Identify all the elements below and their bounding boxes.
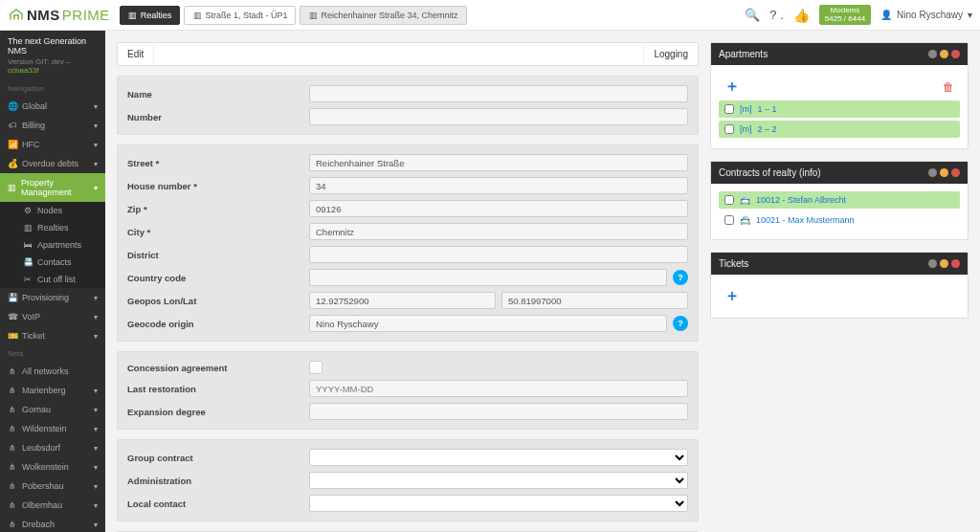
- modems-count: 5425 / 6444: [825, 15, 865, 24]
- breadcrumbs: ▥Realties ▥Straße 1, Stadt - ÜP1 ▥Reiche…: [120, 6, 467, 25]
- panel-dot-icon[interactable]: [951, 259, 960, 268]
- label-restoration: Last restoration: [127, 384, 309, 394]
- label-zip: Zip *: [127, 204, 309, 214]
- net-wildenstein[interactable]: ⋔Wildenstein▾: [0, 419, 105, 438]
- apartment-link[interactable]: 2 – 2: [758, 124, 777, 134]
- phone-icon: ☎: [8, 312, 17, 321]
- crumb-current[interactable]: ▥Reichenhainer Straße 34, Chemnitz: [300, 6, 466, 25]
- nav-hfc[interactable]: 📶HFC▾: [0, 135, 105, 154]
- nav-provisioning[interactable]: 💾Provisioning▾: [0, 288, 105, 307]
- chevron-down-icon: ▾: [94, 332, 98, 341]
- input-lon[interactable]: [309, 292, 496, 309]
- input-district[interactable]: [309, 246, 688, 263]
- contract-row[interactable]: 📇10021 - Max Mustermann: [719, 211, 960, 229]
- logo[interactable]: NMS PRIME: [8, 7, 110, 24]
- input-city[interactable]: [309, 223, 688, 240]
- label-number: Number: [127, 112, 309, 122]
- delete-apartment-button[interactable]: 🗑: [943, 80, 954, 94]
- help-icon[interactable]: ?: [673, 316, 688, 331]
- net-leubsdorf[interactable]: ⋔Leubsdorf▾: [0, 438, 105, 457]
- add-apartment-button[interactable]: ＋: [724, 77, 740, 97]
- panel-dot-icon[interactable]: [951, 50, 960, 58]
- scissors-icon: ✂: [23, 275, 33, 284]
- chevron-down-icon: ▾: [94, 463, 98, 472]
- apartment-link[interactable]: 1 – 1: [758, 104, 777, 114]
- panel-dot-icon[interactable]: [940, 50, 948, 58]
- nav-pm-nodes[interactable]: ⚙Nodes: [0, 202, 105, 219]
- add-ticket-button[interactable]: ＋: [724, 286, 740, 306]
- bed-icon: [m]: [740, 104, 752, 114]
- panel-dot-icon[interactable]: [940, 259, 948, 268]
- sitemap-icon: ⋔: [8, 405, 17, 414]
- tab-edit[interactable]: Edit: [118, 43, 154, 65]
- row-checkbox[interactable]: [724, 104, 734, 114]
- apartment-row[interactable]: [m]2 – 2: [719, 121, 960, 138]
- content: Edit Logging Name Number Street * House …: [105, 31, 980, 532]
- nav-voip[interactable]: ☎VoIP▾: [0, 307, 105, 326]
- tab-logging[interactable]: Logging: [643, 43, 698, 65]
- search-icon[interactable]: 🔍: [745, 8, 760, 22]
- chevron-down-icon: ▾: [94, 387, 98, 395]
- input-number[interactable]: [309, 108, 688, 125]
- nav-overdue[interactable]: 💰Overdue debts▾: [0, 154, 105, 173]
- modems-badge[interactable]: Modems 5425 / 6444: [819, 5, 871, 26]
- form-section-address: Street * House number * Zip * City * Dis…: [117, 144, 699, 342]
- net-wolkenstein[interactable]: ⋔Wolkenstein▾: [0, 457, 105, 477]
- input-street[interactable]: [309, 154, 688, 171]
- apartment-row[interactable]: [m]1 – 1: [719, 100, 960, 118]
- nav-billing[interactable]: 🏷Billing▾: [0, 116, 105, 135]
- crumb-realties[interactable]: ▥Realties: [120, 6, 181, 25]
- net-drebach[interactable]: ⋔Drebach▾: [0, 515, 105, 532]
- input-house[interactable]: [309, 177, 688, 194]
- row-checkbox[interactable]: [724, 124, 734, 134]
- row-checkbox[interactable]: [724, 195, 734, 205]
- net-pobershau[interactable]: ⋔Pobershau▾: [0, 477, 105, 496]
- input-name[interactable]: [309, 85, 688, 102]
- panel-contracts: Contracts of realty (info) 📇10012 - Stef…: [710, 161, 969, 240]
- net-olbernhau[interactable]: ⋔Olbernhau▾: [0, 496, 105, 515]
- net-gornau[interactable]: ⋔Gornau▾: [0, 400, 105, 419]
- nav-pm-cutoff[interactable]: ✂Cut off list: [0, 271, 105, 288]
- select-local[interactable]: [309, 495, 688, 512]
- nav-global[interactable]: 🌐Global▾: [0, 97, 105, 116]
- input-restoration[interactable]: [309, 380, 688, 397]
- version-hash-link[interactable]: ccbaa33f: [8, 66, 38, 75]
- input-origin[interactable]: [309, 315, 667, 332]
- select-group[interactable]: [309, 449, 688, 466]
- input-lat[interactable]: [501, 292, 688, 309]
- panel-dot-icon[interactable]: [928, 168, 937, 177]
- input-expansion[interactable]: [309, 403, 688, 420]
- help-icon[interactable]: ? .: [769, 8, 783, 22]
- globe-icon: 🌐: [8, 101, 17, 111]
- contract-row[interactable]: 📇10012 - Stefan Albrecht: [719, 191, 960, 209]
- panel-dot-icon[interactable]: [928, 259, 937, 268]
- input-zip[interactable]: [309, 200, 688, 217]
- nav-pm-realties[interactable]: ▥Realties: [0, 219, 105, 236]
- select-admin[interactable]: [309, 472, 688, 489]
- help-icon[interactable]: ?: [673, 270, 688, 285]
- net-all[interactable]: ⋔All networks: [0, 362, 105, 381]
- nav-pm-apartments[interactable]: 🛏Apartments: [0, 236, 105, 254]
- panel-dot-icon[interactable]: [928, 50, 937, 58]
- label-street: Street *: [127, 158, 309, 168]
- thumbs-up-icon[interactable]: 👍: [793, 8, 810, 23]
- nav-pm-contacts[interactable]: 📇Contacts: [0, 254, 105, 271]
- contract-link[interactable]: 10012 - Stefan Albrecht: [756, 195, 846, 205]
- crumb-parent[interactable]: ▥Straße 1, Stadt - ÜP1: [184, 6, 296, 25]
- sidebar: The next Generation NMS Version GIT: dev…: [0, 31, 105, 532]
- net-marienberg[interactable]: ⋔Marienberg▾: [0, 381, 105, 400]
- nav-property-management[interactable]: ▥Property Management▾: [0, 173, 105, 202]
- label-origin: Geocode origin: [127, 319, 309, 329]
- chevron-down-icon: ▾: [94, 184, 98, 192]
- label-concession: Concession agreement: [127, 363, 309, 373]
- input-country[interactable]: [309, 269, 667, 286]
- label-local: Local contact: [127, 499, 309, 509]
- checkbox-concession[interactable]: [309, 361, 323, 374]
- contract-link[interactable]: 10021 - Max Mustermann: [756, 215, 855, 225]
- row-checkbox[interactable]: [724, 215, 734, 225]
- nav-ticket[interactable]: 🎫Ticket▾: [0, 326, 105, 345]
- panel-dot-icon[interactable]: [940, 168, 948, 177]
- user-menu[interactable]: 👤 Nino Ryschawy ▾: [880, 10, 972, 20]
- chevron-down-icon: ▾: [94, 521, 98, 529]
- panel-dot-icon[interactable]: [951, 168, 960, 177]
